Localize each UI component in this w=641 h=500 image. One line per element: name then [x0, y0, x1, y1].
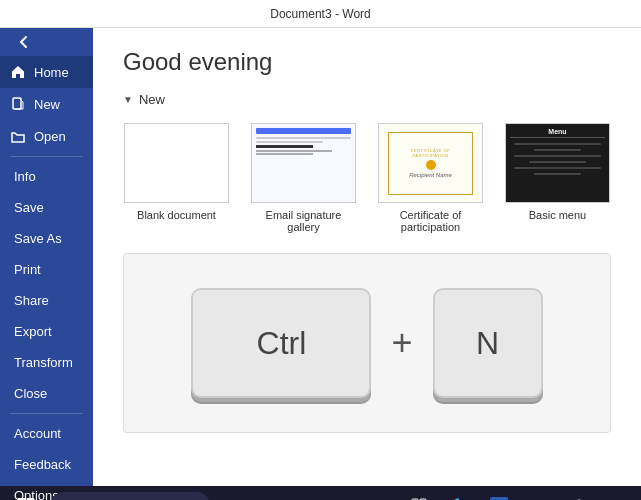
- edge-button[interactable]: [441, 486, 477, 500]
- menu-line-2: [534, 149, 582, 151]
- menu-mock-title-text: Menu: [510, 128, 605, 138]
- template-menu[interactable]: Menu Basic menu: [504, 123, 611, 233]
- email-contact-line-1: [256, 150, 332, 152]
- sidebar: Home New Open Info S: [0, 28, 93, 486]
- n-key-label: N: [476, 325, 499, 362]
- sidebar-item-save[interactable]: Save: [0, 192, 93, 223]
- sidebar-home-label: Home: [34, 65, 69, 80]
- email-contact-line-2: [256, 153, 313, 155]
- template-email-sig[interactable]: Email signature gallery: [250, 123, 357, 233]
- task-view-button[interactable]: [401, 486, 437, 500]
- shortcut-area: Ctrl + N: [123, 253, 611, 433]
- cert-badge: [426, 160, 436, 170]
- open-icon: [10, 128, 26, 144]
- new-icon: [10, 96, 26, 112]
- save-label: Save: [14, 200, 44, 215]
- title-text: Document3 - Word: [270, 7, 370, 21]
- template-menu-thumb: Menu: [505, 123, 610, 203]
- title-bar: Document3 - Word: [0, 0, 641, 28]
- ctrl-key: Ctrl: [191, 288, 371, 398]
- template-cert-thumb: CERTIFICATE OFPARTICIPATION Recipient Na…: [378, 123, 483, 203]
- email-text-line-1: [256, 137, 351, 139]
- info-label: Info: [14, 169, 36, 184]
- ctrl-key-label: Ctrl: [257, 325, 307, 362]
- new-section-header: ▼ New: [123, 92, 611, 107]
- app-container: Home New Open Info S: [0, 28, 641, 486]
- notification-button[interactable]: [561, 486, 597, 500]
- chevron-down-icon: ▼: [123, 94, 133, 105]
- sidebar-new-label: New: [34, 97, 60, 112]
- show-hidden-icons-button[interactable]: [601, 486, 637, 500]
- export-label: Export: [14, 324, 52, 339]
- sidebar-item-save-as[interactable]: Save As: [0, 223, 93, 254]
- menu-line-5: [514, 167, 601, 169]
- menu-line-1: [514, 143, 601, 145]
- greeting-text: Good evening: [123, 48, 611, 76]
- account-label: Account: [14, 426, 61, 441]
- home-svg: [11, 65, 25, 79]
- template-email-sig-thumb: [251, 123, 356, 203]
- new-svg: [11, 97, 25, 111]
- sidebar-item-feedback[interactable]: Feedback: [0, 449, 93, 480]
- plus-sign: +: [391, 322, 412, 364]
- sidebar-item-export[interactable]: Export: [0, 316, 93, 347]
- template-cert-label: Certificate of participation: [377, 209, 484, 233]
- menu-mock: Menu: [506, 124, 609, 202]
- print-label: Print: [14, 262, 41, 277]
- template-blank[interactable]: Blank document: [123, 123, 230, 233]
- cert-mock: CERTIFICATE OFPARTICIPATION Recipient Na…: [379, 124, 482, 202]
- file-explorer-button[interactable]: [521, 486, 557, 500]
- templates-row: Blank document Email signature gallery: [123, 123, 611, 233]
- cert-border: CERTIFICATE OFPARTICIPATION Recipient Na…: [388, 132, 474, 195]
- sidebar-divider-2: [10, 413, 83, 414]
- sidebar-item-account[interactable]: Account: [0, 418, 93, 449]
- taskbar: Type here to search W: [0, 486, 641, 500]
- menu-line-6: [534, 173, 582, 175]
- template-blank-label: Blank document: [137, 209, 216, 221]
- word-button[interactable]: W: [481, 486, 517, 500]
- sidebar-item-home[interactable]: Home: [0, 56, 93, 88]
- email-sig-mock: [252, 124, 355, 202]
- menu-line-3: [514, 155, 601, 157]
- email-header-line: [256, 128, 351, 134]
- start-button[interactable]: [4, 486, 48, 500]
- svg-rect-0: [13, 98, 21, 109]
- n-key: N: [433, 288, 543, 398]
- menu-line-4: [529, 161, 586, 163]
- new-section-label: New: [139, 92, 165, 107]
- back-button[interactable]: [4, 34, 44, 50]
- sidebar-item-transform[interactable]: Transform: [0, 347, 93, 378]
- save-as-label: Save As: [14, 231, 62, 246]
- cert-title-text: CERTIFICATE OFPARTICIPATION: [411, 148, 451, 158]
- template-menu-label: Basic menu: [529, 209, 586, 221]
- back-icon: [16, 34, 32, 50]
- sidebar-item-new[interactable]: New: [0, 88, 93, 120]
- sidebar-item-close[interactable]: Close: [0, 378, 93, 409]
- sidebar-item-print[interactable]: Print: [0, 254, 93, 285]
- sidebar-item-open[interactable]: Open: [0, 120, 93, 152]
- email-name-line: [256, 145, 313, 148]
- cert-name-text: Recipient Name: [409, 172, 452, 178]
- open-svg: [11, 129, 25, 143]
- sidebar-item-share[interactable]: Share: [0, 285, 93, 316]
- share-label: Share: [14, 293, 49, 308]
- template-email-sig-label: Email signature gallery: [250, 209, 357, 233]
- home-icon: [10, 64, 26, 80]
- close-label: Close: [14, 386, 47, 401]
- template-cert[interactable]: CERTIFICATE OFPARTICIPATION Recipient Na…: [377, 123, 484, 233]
- sidebar-item-info[interactable]: Info: [0, 161, 93, 192]
- email-text-line-2: [256, 141, 323, 143]
- taskbar-icons: W: [401, 486, 637, 500]
- sidebar-open-label: Open: [34, 129, 66, 144]
- template-blank-thumb: [124, 123, 229, 203]
- taskbar-search[interactable]: Type here to search: [50, 492, 210, 500]
- feedback-label: Feedback: [14, 457, 71, 472]
- main-content: Good evening ▼ New Blank document: [93, 28, 641, 486]
- transform-label: Transform: [14, 355, 73, 370]
- sidebar-divider-1: [10, 156, 83, 157]
